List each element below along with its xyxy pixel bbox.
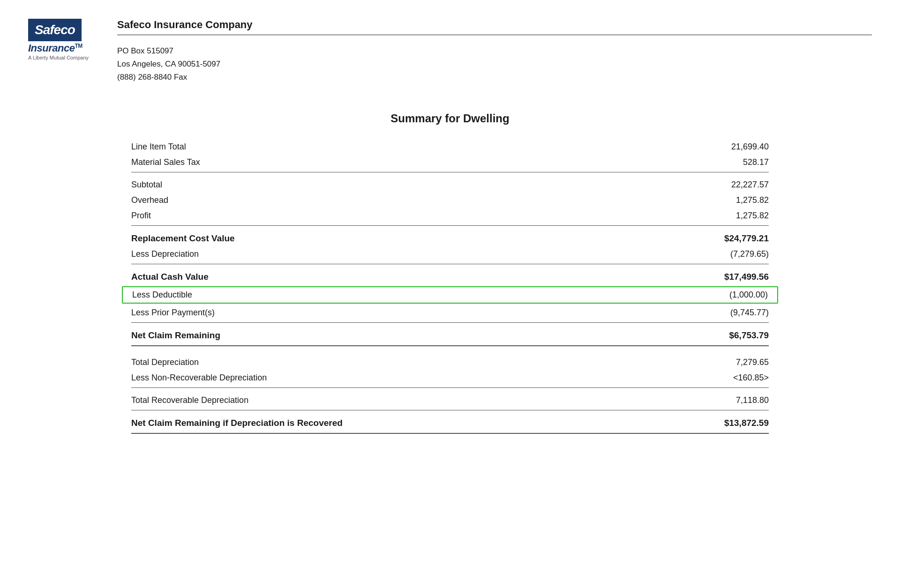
divider-double-2 xyxy=(131,433,769,434)
actual-cash-value-value: $17,499.56 xyxy=(684,272,769,282)
page-header: Safeco InsuranceTM A Liberty Mutual Comp… xyxy=(28,19,872,84)
actual-cash-value: Actual Cash Value $17,499.56 xyxy=(122,269,778,285)
line-item-total-value: 21,699.40 xyxy=(684,142,769,152)
divider-1 xyxy=(131,172,769,172)
total-depreciation-label: Total Depreciation xyxy=(131,357,684,367)
total-recoverable-depreciation: Total Recoverable Depreciation 7,118.80 xyxy=(122,393,778,408)
divider-5 xyxy=(131,387,769,388)
replacement-cost-value-label: Replacement Cost Value xyxy=(131,233,684,244)
less-non-recoverable-depreciation-value: <160.85> xyxy=(684,373,769,383)
total-recoverable-depreciation-label: Total Recoverable Depreciation xyxy=(131,395,684,405)
line-item-total: Line Item Total 21,699.40 xyxy=(122,139,778,155)
replacement-cost-value-value: $24,779.21 xyxy=(684,233,769,244)
less-depreciation-label: Less Depreciation xyxy=(131,249,684,259)
net-claim-remaining-value: $6,753.79 xyxy=(684,330,769,341)
less-non-recoverable-depreciation: Less Non-Recoverable Depreciation <160.8… xyxy=(122,370,778,386)
net-claim-remaining-depreciation-recovered-label: Net Claim Remaining if Depreciation is R… xyxy=(131,418,684,428)
less-deductible-label: Less Deductible xyxy=(132,290,683,300)
less-prior-payments-value: (9,745.77) xyxy=(684,308,769,318)
profit-value: 1,275.82 xyxy=(684,211,769,221)
net-claim-remaining-depreciation-recovered-value: $13,872.59 xyxy=(684,418,769,428)
net-claim-remaining-label: Net Claim Remaining xyxy=(131,330,684,341)
material-sales-tax: Material Sales Tax 528.17 xyxy=(122,155,778,170)
divider-double-1 xyxy=(131,345,769,346)
material-sales-tax-value: 528.17 xyxy=(684,157,769,167)
profit: Profit 1,275.82 xyxy=(122,208,778,223)
replacement-cost-value: Replacement Cost Value $24,779.21 xyxy=(122,231,778,246)
summary-section: Summary for Dwelling Line Item Total 21,… xyxy=(122,112,778,434)
net-claim-remaining-depreciation-recovered: Net Claim Remaining if Depreciation is R… xyxy=(122,415,778,431)
company-name: Safeco Insurance Company xyxy=(117,19,872,31)
company-info: Safeco Insurance Company PO Box 515097 L… xyxy=(117,19,872,84)
overhead-value: 1,275.82 xyxy=(684,195,769,205)
subtotal-label: Subtotal xyxy=(131,180,684,190)
subtotal-value: 22,227.57 xyxy=(684,180,769,190)
divider-6 xyxy=(131,410,769,410)
net-claim-remaining: Net Claim Remaining $6,753.79 xyxy=(122,327,778,343)
less-prior-payments-label: Less Prior Payment(s) xyxy=(131,308,684,318)
logo-safeco-text: Safeco xyxy=(35,22,75,37)
less-deductible-value: (1,000.00) xyxy=(683,290,768,300)
less-deductible: Less Deductible (1,000.00) xyxy=(123,287,777,303)
less-depreciation-value: (7,279.65) xyxy=(684,249,769,259)
actual-cash-value-label: Actual Cash Value xyxy=(131,272,684,282)
logo-insurance-text: InsuranceTM xyxy=(28,42,103,54)
divider-4 xyxy=(131,322,769,323)
overhead-label: Overhead xyxy=(131,195,684,205)
summary-title: Summary for Dwelling xyxy=(122,112,778,125)
overhead: Overhead 1,275.82 xyxy=(122,193,778,208)
subtotal: Subtotal 22,227.57 xyxy=(122,177,778,193)
line-item-total-label: Line Item Total xyxy=(131,142,684,152)
less-deductible-highlighted-row: Less Deductible (1,000.00) xyxy=(122,286,778,304)
less-prior-payments: Less Prior Payment(s) (9,745.77) xyxy=(122,305,778,320)
company-logo: Safeco InsuranceTM A Liberty Mutual Comp… xyxy=(28,19,103,60)
divider-2 xyxy=(131,225,769,226)
less-non-recoverable-depreciation-label: Less Non-Recoverable Depreciation xyxy=(131,373,684,383)
profit-label: Profit xyxy=(131,211,684,221)
material-sales-tax-label: Material Sales Tax xyxy=(131,157,684,167)
total-depreciation-value: 7,279.65 xyxy=(684,357,769,367)
header-rule xyxy=(117,35,872,35)
total-recoverable-depreciation-value: 7,118.80 xyxy=(684,395,769,405)
total-depreciation: Total Depreciation 7,279.65 xyxy=(122,355,778,370)
less-depreciation: Less Depreciation (7,279.65) xyxy=(122,246,778,262)
company-address: PO Box 515097 Los Angeles, CA 90051-5097… xyxy=(117,45,872,84)
logo-sub-text: A Liberty Mutual Company xyxy=(28,55,103,60)
divider-3 xyxy=(131,264,769,264)
logo-safeco-box: Safeco xyxy=(28,19,82,41)
